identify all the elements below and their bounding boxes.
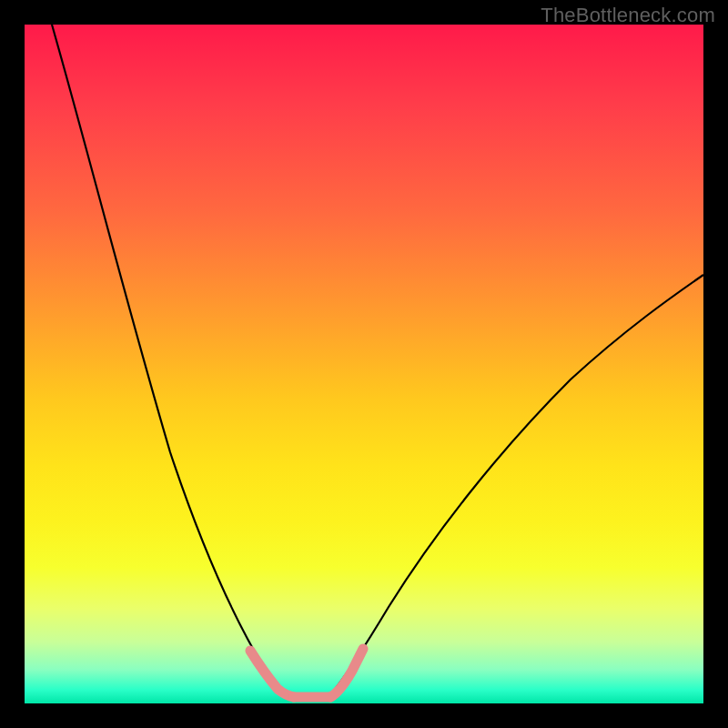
chart-frame: TheBottleneck.com [0,0,728,728]
left-curve-path [52,25,288,696]
pink-marker-right-path [330,649,363,697]
watermark-text: TheBottleneck.com [541,4,715,27]
right-curve-path [329,275,703,696]
pink-marker-left-path [250,651,294,697]
chart-curves-svg [25,25,703,703]
